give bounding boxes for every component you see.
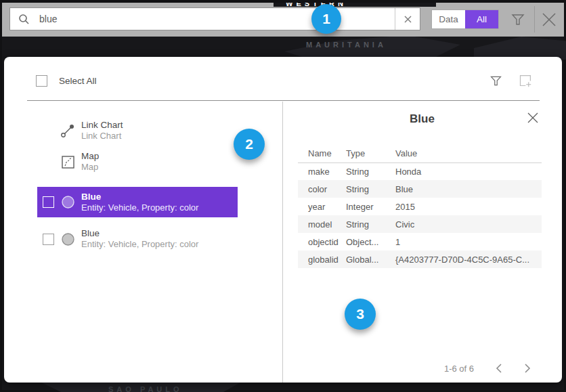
close-search-button[interactable] bbox=[540, 10, 559, 29]
attribute-row-make: makeStringHonda bbox=[298, 162, 542, 180]
add-to-selection-button[interactable] bbox=[518, 74, 532, 88]
result-subtitle: Entity: Vehicle, Property: color bbox=[81, 239, 198, 250]
attribute-cell: String bbox=[345, 162, 395, 180]
column-header-name: Name bbox=[298, 145, 345, 162]
result-texts: BlueEntity: Vehicle, Property: color bbox=[81, 228, 198, 250]
detail-close-button[interactable] bbox=[527, 112, 540, 125]
result-subtitle: Entity: Vehicle, Property: color bbox=[81, 202, 198, 213]
annotation-callout-2: 2 bbox=[234, 129, 265, 160]
select-all-label: Select All bbox=[59, 76, 97, 86]
map-landmass bbox=[474, 37, 566, 60]
attribute-cell: 2015 bbox=[395, 198, 542, 215]
attribute-row-model: modelStringCivic bbox=[298, 215, 542, 233]
annotation-callout-3: 3 bbox=[345, 299, 376, 330]
panel-header-actions bbox=[489, 74, 536, 88]
close-icon bbox=[527, 112, 540, 124]
results-list: Link ChartLink ChartMapMapBlueEntity: Ve… bbox=[37, 115, 238, 255]
result-subtitle: Link Chart bbox=[81, 131, 123, 141]
result-checkbox[interactable] bbox=[43, 196, 54, 208]
toolbar-divider bbox=[534, 6, 535, 32]
attribute-cell: 1 bbox=[395, 233, 542, 251]
column-header-type: Type bbox=[345, 145, 395, 162]
attribute-row-objectid: objectidObject...1 bbox=[298, 233, 542, 251]
attribute-cell: year bbox=[298, 198, 345, 215]
attribute-cell: String bbox=[345, 180, 395, 198]
attribute-row-year: yearInteger2015 bbox=[298, 198, 542, 215]
attribute-table-header: NameTypeValue bbox=[298, 145, 542, 162]
result-texts: Link ChartLink Chart bbox=[81, 120, 123, 141]
next-page-button[interactable] bbox=[523, 364, 532, 373]
link-chart-icon bbox=[59, 123, 77, 138]
toggle-data-button[interactable]: Data bbox=[432, 10, 465, 28]
filter-results-button[interactable] bbox=[489, 74, 503, 88]
attribute-cell: make bbox=[298, 162, 345, 180]
pagination: 1-6 of 6 bbox=[282, 360, 562, 377]
close-icon bbox=[540, 10, 559, 29]
previous-page-button[interactable] bbox=[494, 364, 503, 373]
search-toolbar: blue Data All bbox=[2, 2, 564, 37]
pagination-label: 1-6 of 6 bbox=[444, 364, 474, 374]
toggle-all-button[interactable]: All bbox=[465, 10, 498, 28]
result-title: Blue bbox=[81, 228, 198, 239]
panel-header: Select All bbox=[36, 75, 97, 87]
entity-circle-icon bbox=[59, 232, 77, 246]
search-icon bbox=[18, 14, 30, 25]
annotation-callout-1: 1 bbox=[311, 4, 341, 34]
search-results-panel: Select All Link ChartLink ChartMapMapBlu… bbox=[4, 57, 562, 383]
attribute-cell: objectid bbox=[298, 233, 345, 251]
attribute-table: NameTypeValue makeStringHondacolorString… bbox=[298, 145, 542, 268]
attribute-cell: Integer bbox=[345, 198, 395, 215]
result-item-link-chart[interactable]: Link ChartLink Chart bbox=[37, 115, 238, 146]
attribute-cell: Object... bbox=[345, 233, 395, 251]
chevron-right-icon bbox=[525, 364, 531, 373]
header-divider bbox=[27, 100, 540, 101]
attribute-cell: model bbox=[298, 215, 345, 233]
attribute-row-globalid: globalidGlobal...{A4203777-D70D-4C5C-9A6… bbox=[298, 251, 542, 268]
search-input[interactable]: blue bbox=[9, 7, 420, 30]
app-screen: MAURITANIA SAO PAULO WESTERN blue Data A… bbox=[0, 0, 566, 392]
attribute-cell: Global... bbox=[345, 251, 395, 268]
attribute-cell: String bbox=[345, 215, 395, 233]
result-subtitle: Map bbox=[81, 162, 99, 173]
attribute-cell: {A4203777-D70D-4C5C-9A65-C... bbox=[395, 251, 542, 268]
clear-icon bbox=[404, 16, 412, 23]
attribute-cell: globalid bbox=[298, 251, 345, 268]
result-title: Link Chart bbox=[81, 120, 123, 131]
result-item-blue[interactable]: BlueEntity: Vehicle, Property: color bbox=[37, 187, 238, 217]
result-item-blue[interactable]: BlueEntity: Vehicle, Property: color bbox=[37, 223, 238, 255]
column-header-value: Value bbox=[395, 145, 542, 162]
panel-divider bbox=[282, 102, 283, 383]
map-icon bbox=[59, 156, 77, 169]
result-texts: MapMap bbox=[81, 151, 99, 173]
attribute-cell: Civic bbox=[395, 215, 542, 233]
screenshot-border bbox=[0, 0, 566, 3]
attribute-cell: Blue bbox=[395, 180, 542, 198]
scope-toggle: Data All bbox=[431, 9, 499, 29]
map-label-saopaulo: SAO PAULO bbox=[108, 385, 183, 392]
attribute-cell: color bbox=[298, 180, 345, 198]
clear-search-button[interactable] bbox=[395, 8, 420, 30]
detail-title: Blue bbox=[282, 112, 562, 126]
checkbox-slot bbox=[43, 196, 59, 208]
result-checkbox[interactable] bbox=[43, 234, 54, 245]
select-all-checkbox[interactable] bbox=[36, 75, 47, 87]
map-label-mauritania: MAURITANIA bbox=[306, 41, 387, 49]
chevron-left-icon bbox=[496, 364, 502, 373]
filter-button[interactable] bbox=[510, 12, 526, 28]
result-item-map[interactable]: MapMap bbox=[37, 146, 238, 177]
attribute-row-color: colorStringBlue bbox=[298, 180, 542, 198]
search-value: blue bbox=[39, 14, 395, 24]
entity-circle-icon bbox=[59, 195, 77, 209]
checkbox-slot bbox=[43, 234, 59, 245]
result-texts: BlueEntity: Vehicle, Property: color bbox=[81, 192, 198, 213]
attribute-cell: Honda bbox=[395, 162, 542, 180]
result-title: Map bbox=[81, 151, 99, 162]
result-title: Blue bbox=[81, 192, 198, 202]
